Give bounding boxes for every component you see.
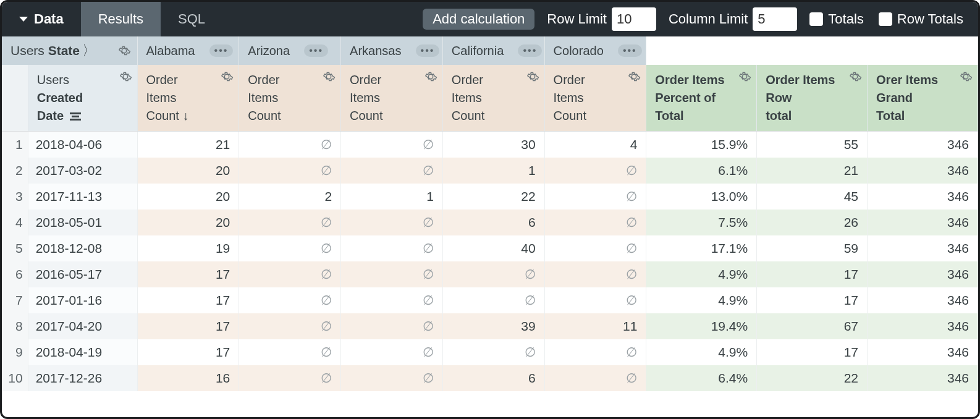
cell[interactable]: 19 (137, 235, 239, 261)
cell[interactable]: 2 (2, 158, 28, 184)
header-grand-total[interactable]: Orer ItemsGrandTotal (868, 65, 978, 132)
header-users-created-date[interactable]: Users Created Date (28, 65, 137, 132)
cell[interactable]: 2018-04-19 (28, 339, 137, 365)
cell[interactable]: ∅ (341, 132, 443, 158)
totals-checkbox-group[interactable]: Totals (809, 2, 863, 36)
gear-icon[interactable] (117, 44, 131, 57)
cell[interactable]: 2017-12-26 (28, 365, 137, 391)
cell[interactable]: 17 (137, 261, 239, 287)
gear-icon[interactable] (848, 70, 862, 83)
cell[interactable]: ∅ (239, 287, 341, 313)
cell[interactable]: 1 (2, 132, 28, 158)
cell[interactable]: ∅ (341, 210, 443, 235)
tab-data[interactable]: Data (2, 2, 81, 36)
column-limit-input[interactable] (753, 7, 797, 31)
cell[interactable]: 7 (2, 287, 28, 313)
cell[interactable]: 2016-05-17 (28, 261, 137, 287)
cell[interactable]: ∅ (442, 287, 544, 313)
row-totals-checkbox[interactable] (879, 12, 892, 26)
cell[interactable]: 4.9% (646, 261, 757, 287)
cell[interactable]: 6 (2, 261, 28, 287)
gear-icon[interactable] (959, 70, 973, 83)
cell[interactable]: 346 (868, 158, 978, 184)
header-count-colorado[interactable]: OrderItemsCount (544, 65, 646, 132)
cell[interactable]: 2018-12-08 (28, 235, 137, 261)
cell[interactable]: 22 (442, 184, 544, 210)
cell[interactable]: 15.9% (646, 132, 757, 158)
gear-icon[interactable] (526, 70, 539, 83)
cell[interactable]: ∅ (341, 158, 443, 184)
cell[interactable]: ∅ (442, 261, 544, 287)
cell[interactable]: 17.1% (646, 235, 757, 261)
cell[interactable]: 6.1% (646, 158, 757, 184)
header-row-total[interactable]: Order ItemsRowtotal (757, 65, 868, 132)
cell[interactable]: 4.9% (646, 339, 757, 365)
cell[interactable]: 1 (442, 158, 544, 184)
cell[interactable]: ∅ (442, 339, 544, 365)
cell[interactable]: 346 (868, 365, 978, 391)
cell[interactable]: 45 (757, 184, 868, 210)
cell[interactable]: 4 (544, 132, 646, 158)
gear-icon[interactable] (119, 70, 132, 83)
cell[interactable]: 2 (239, 184, 341, 210)
cell[interactable]: 346 (868, 210, 978, 235)
tab-results[interactable]: Results (81, 2, 161, 36)
header-count-alabama[interactable]: Order Items Count ↓ (137, 65, 239, 132)
cell[interactable]: ∅ (239, 132, 341, 158)
cell[interactable]: ∅ (544, 287, 646, 313)
cell[interactable]: ∅ (544, 339, 646, 365)
cell[interactable]: 17 (137, 287, 239, 313)
ellipsis-icon[interactable]: ••• (518, 44, 542, 57)
cell[interactable]: 8 (2, 313, 28, 339)
cell[interactable]: 1 (341, 184, 443, 210)
cell[interactable]: 6 (442, 210, 544, 235)
pivot-col-arkansas[interactable]: Arkansas ••• (341, 36, 443, 65)
cell[interactable]: 30 (442, 132, 544, 158)
cell[interactable]: ∅ (341, 313, 443, 339)
cell[interactable]: 346 (868, 132, 978, 158)
cell[interactable]: 17 (757, 261, 868, 287)
pivot-corner[interactable]: Users State〉 (2, 36, 137, 65)
cell[interactable]: 346 (868, 313, 978, 339)
header-count-arkansas[interactable]: OrderItemsCount (341, 65, 443, 132)
gear-icon[interactable] (627, 70, 641, 83)
cell[interactable]: 2017-04-20 (28, 313, 137, 339)
cell[interactable]: 7.5% (646, 210, 757, 235)
cell[interactable]: ∅ (239, 339, 341, 365)
cell[interactable]: ∅ (239, 158, 341, 184)
cell[interactable]: 2017-01-16 (28, 287, 137, 313)
cell[interactable]: ∅ (544, 184, 646, 210)
cell[interactable]: 346 (868, 235, 978, 261)
cell[interactable]: 2017-03-02 (28, 158, 137, 184)
cell[interactable]: ∅ (239, 365, 341, 391)
cell[interactable]: ∅ (544, 235, 646, 261)
totals-checkbox[interactable] (809, 12, 823, 26)
cell[interactable]: ∅ (544, 210, 646, 235)
cell[interactable]: 6 (442, 365, 544, 391)
pivot-col-colorado[interactable]: Colorado ••• (544, 36, 646, 65)
ellipsis-icon[interactable]: ••• (209, 44, 234, 57)
cell[interactable]: 3 (2, 184, 28, 210)
cell[interactable]: 17 (137, 313, 239, 339)
cell[interactable]: 4.9% (646, 287, 757, 313)
cell[interactable]: 346 (868, 287, 978, 313)
pivot-col-arizona[interactable]: Arizona ••• (239, 36, 341, 65)
pivot-col-california[interactable]: California ••• (442, 36, 544, 65)
add-calculation-button[interactable]: Add calculation (423, 9, 534, 30)
cell[interactable]: 67 (757, 313, 868, 339)
header-count-california[interactable]: OrderItemsCount (442, 65, 544, 132)
cell[interactable]: 26 (757, 210, 868, 235)
cell[interactable]: 55 (757, 132, 868, 158)
cell[interactable]: ∅ (341, 235, 443, 261)
cell[interactable]: 21 (757, 158, 868, 184)
cell[interactable]: 9 (2, 339, 28, 365)
cell[interactable]: 16 (137, 365, 239, 391)
cell[interactable]: ∅ (341, 365, 443, 391)
cell[interactable]: 21 (137, 132, 239, 158)
cell[interactable]: 5 (2, 235, 28, 261)
ellipsis-icon[interactable]: ••• (416, 44, 440, 57)
cell[interactable]: 346 (868, 339, 978, 365)
ellipsis-icon[interactable]: ••• (618, 44, 642, 57)
cell[interactable]: 17 (757, 339, 868, 365)
cell[interactable]: 2017-11-13 (28, 184, 137, 210)
